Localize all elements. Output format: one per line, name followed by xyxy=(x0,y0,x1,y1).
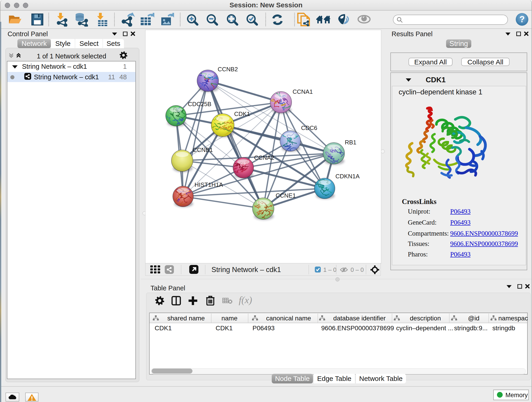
svg-text:CDC6: CDC6 xyxy=(301,124,317,131)
svg-text:RB1: RB1 xyxy=(345,139,356,146)
svg-text:CCNA2: CCNA2 xyxy=(254,154,274,161)
svg-text:HIST1H1A: HIST1H1A xyxy=(195,181,223,188)
svg-text:CCNA1: CCNA1 xyxy=(293,88,313,95)
svg-text:CCNB1: CCNB1 xyxy=(193,147,213,153)
svg-text:CCNE1: CCNE1 xyxy=(276,192,296,199)
svg-text:CDK1: CDK1 xyxy=(234,110,250,117)
svg-text:CDKN1A: CDKN1A xyxy=(336,173,360,180)
svg-text:CDC25B: CDC25B xyxy=(188,101,211,108)
svg-text:CCNB2: CCNB2 xyxy=(218,66,238,73)
